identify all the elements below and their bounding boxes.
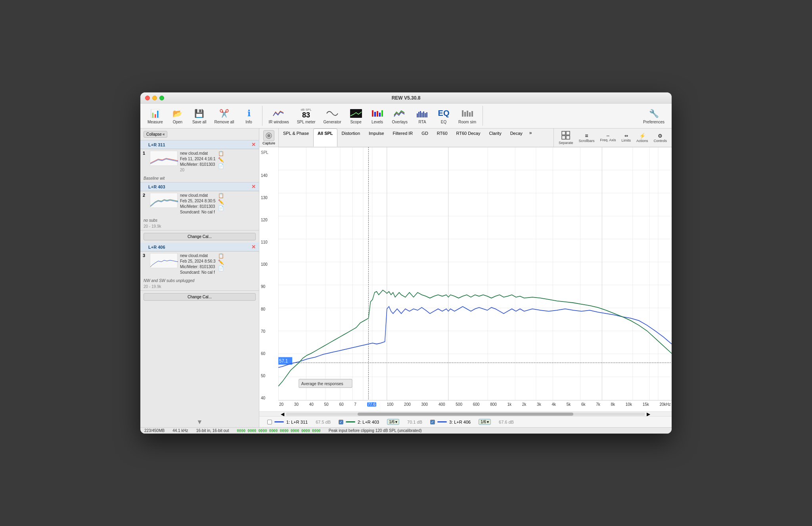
legend-checkbox-2[interactable]: ✓: [339, 420, 343, 424]
legend-item-2: ✓ 2: L+R 403: [339, 420, 379, 424]
svg-rect-10: [423, 111, 424, 117]
toolbar-separator-2: [483, 106, 483, 126]
main-panel: Capture SPL & Phase All SPL Distortion I…: [259, 129, 672, 427]
measurement-name-1[interactable]: L+R 311 ✕: [140, 140, 259, 149]
svg-rect-0: [350, 109, 362, 118]
levels-button[interactable]: Levels: [368, 106, 387, 126]
overlays-button[interactable]: Overlays: [389, 106, 411, 126]
doc-icon-1[interactable]: 📄: [218, 163, 224, 169]
edit-icon-2[interactable]: 📋: [218, 193, 224, 198]
tab-rt60[interactable]: RT60: [433, 129, 452, 147]
separate-control[interactable]: Separate: [557, 130, 575, 146]
legend-item-3: ✓ 3: L+R 406: [430, 420, 471, 424]
scroll-right-icon[interactable]: ▶: [645, 411, 652, 417]
window-title: REW V5.30.8: [392, 95, 421, 101]
limits-control[interactable]: ⇔ Limits: [620, 132, 632, 143]
chart-plot[interactable]: 57.1 Average the responses: [278, 147, 672, 400]
svg-rect-15: [467, 111, 468, 117]
tab-rt60-decay[interactable]: RT60 Decay: [452, 129, 485, 147]
chart-container: SPL 140 130 120 110 100 90 80 70 60 50 4…: [259, 147, 672, 411]
measure-button[interactable]: 📊 Measure: [144, 106, 166, 126]
preferences-label: Preferences: [643, 120, 665, 124]
svg-rect-12: [426, 112, 427, 117]
edit-icon-1[interactable]: 📋: [218, 151, 224, 156]
legend-checkbox-1[interactable]: [267, 420, 272, 424]
svg-rect-11: [425, 113, 426, 117]
status-meters: 0000 0000 0000 0000 0000 0000 0000 0000: [237, 429, 320, 433]
pencil-icon-1[interactable]: ✏️: [218, 157, 224, 163]
measurement-name-3[interactable]: L+R 406 ✕: [140, 243, 259, 251]
measurement-name-2[interactable]: L+R 403 ✕: [140, 182, 259, 191]
tabs-more-button[interactable]: »: [527, 129, 534, 147]
mini-chart-3: [150, 253, 178, 268]
legend-color-1: [274, 421, 284, 422]
legend-smoothing-3[interactable]: 1/6 ▾: [479, 419, 491, 425]
edit-icon-3[interactable]: 📋: [218, 253, 224, 259]
minimize-button[interactable]: [152, 96, 157, 100]
legend-smoothing-2[interactable]: 1/6 ▾: [387, 419, 399, 425]
legend-color-3: [437, 421, 447, 422]
sidebar-scroll-down[interactable]: ▼: [140, 417, 259, 427]
measure-label: Measure: [147, 120, 163, 124]
svg-rect-14: [464, 112, 466, 117]
svg-rect-16: [469, 112, 471, 117]
tab-spl-phase[interactable]: SPL & Phase: [279, 129, 313, 147]
tab-gd[interactable]: GD: [417, 129, 433, 147]
rta-button[interactable]: RTA: [412, 106, 432, 126]
eq-button[interactable]: EQ EQ: [434, 106, 454, 126]
right-controls: Separate ≡ Scrollbars ↔ Freq. Axis ⇔ Lim…: [553, 129, 672, 147]
close-measurement-3[interactable]: ✕: [251, 244, 256, 250]
close-measurement-2[interactable]: ✕: [251, 184, 256, 190]
scope-button[interactable]: Scope: [346, 106, 366, 126]
measurement-row-3: 3 new cloud.mdat Feb 25, 2024 8:56:3 Mic…: [140, 251, 259, 277]
remove-all-button[interactable]: ✂️ Remove all: [211, 106, 237, 126]
chart-scrollbar[interactable]: ◀ ▶: [259, 411, 672, 416]
preferences-button[interactable]: 🔧 Preferences: [640, 106, 668, 126]
legend-checkbox-3[interactable]: ✓: [430, 420, 435, 424]
tab-clarity[interactable]: Clarity: [485, 129, 506, 147]
controls-control[interactable]: ⚙ Controls: [652, 132, 668, 144]
zoom-button[interactable]: [159, 96, 164, 100]
tab-distortion[interactable]: Distortion: [337, 129, 364, 147]
scrollbar-thumb[interactable]: [358, 413, 573, 416]
scrollbar-track[interactable]: [286, 413, 645, 416]
tab-filtered-ir[interactable]: Filtered IR: [389, 129, 417, 147]
doc-icon-2[interactable]: 📄: [218, 205, 224, 211]
info-button[interactable]: ℹ Info: [239, 106, 259, 126]
svg-text:Average the responses: Average the responses: [301, 381, 343, 386]
actions-control[interactable]: ⚡ Actions: [635, 132, 650, 144]
doc-icon-3[interactable]: 📄: [218, 266, 224, 271]
capture-button[interactable]: Capture: [259, 129, 279, 147]
controls-label: Controls: [653, 139, 667, 143]
scrollbars-label: Scrollbars: [578, 139, 594, 143]
change-cal-button-1[interactable]: Change Cal...: [144, 233, 256, 240]
scrollbars-control[interactable]: ≡ Scrollbars: [577, 132, 596, 144]
tab-all-spl[interactable]: All SPL: [313, 129, 337, 147]
save-all-button[interactable]: 💾 Save all: [189, 106, 210, 126]
room-sim-button[interactable]: Room sim: [455, 106, 479, 126]
scroll-left-icon[interactable]: ◀: [279, 411, 286, 417]
freq-axis-control[interactable]: ↔ Freq. Axis: [598, 132, 617, 143]
chart-plot-area: 57.1 Average the responses: [278, 147, 672, 411]
open-button[interactable]: 📂 Open: [168, 106, 188, 126]
pencil-icon-3[interactable]: ✏️: [218, 259, 224, 265]
tab-impulse[interactable]: Impulse: [364, 129, 389, 147]
traffic-lights: [145, 96, 164, 100]
change-cal-button-2[interactable]: Change Cal...: [144, 293, 256, 301]
svg-rect-21: [566, 131, 570, 135]
generator-button[interactable]: Generator: [320, 106, 345, 126]
measurement-note-1: Baseline wit: [140, 175, 259, 182]
tab-decay[interactable]: Decay: [506, 129, 527, 147]
close-measurement-1[interactable]: ✕: [251, 142, 256, 148]
ir-windows-icon: [272, 108, 285, 119]
legend-db-3: 67.6 dB: [499, 420, 514, 424]
limits-icon: ⇔: [624, 133, 628, 138]
svg-rect-5: [381, 110, 383, 117]
save-all-label: Save all: [192, 120, 207, 124]
close-button[interactable]: [145, 96, 150, 100]
spl-meter-button[interactable]: dB SPL 83 SPL meter: [294, 106, 319, 126]
collapse-button[interactable]: Collapse «: [144, 131, 167, 138]
pencil-icon-2[interactable]: ✏️: [218, 199, 224, 205]
ir-windows-button[interactable]: IR windows: [266, 106, 292, 126]
controls-icon: ⚙: [658, 133, 663, 139]
